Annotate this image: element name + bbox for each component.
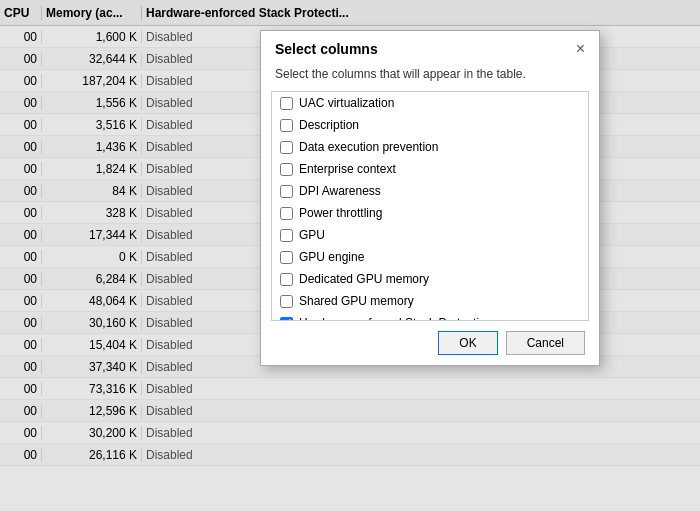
checkbox-item[interactable]: Data execution prevention [272,136,588,158]
checkbox-label: Power throttling [299,206,382,220]
dialog-title: Select columns [275,41,378,57]
checkbox-label: Data execution prevention [299,140,438,154]
checkbox-item[interactable]: UAC virtualization [272,92,588,114]
ok-button[interactable]: OK [438,331,497,355]
checkbox-item[interactable]: GPU [272,224,588,246]
checkbox-item[interactable]: GPU engine [272,246,588,268]
checkbox-input[interactable] [280,185,293,198]
dialog-close-button[interactable]: × [576,41,585,57]
checkbox-item[interactable]: Shared GPU memory [272,290,588,312]
checkbox-item[interactable]: DPI Awareness [272,180,588,202]
checkbox-input[interactable] [280,119,293,132]
checkbox-label: UAC virtualization [299,96,394,110]
checkbox-label: Dedicated GPU memory [299,272,429,286]
checkbox-input[interactable] [280,207,293,220]
checkbox-input[interactable] [280,273,293,286]
select-columns-dialog: Select columns × Select the columns that… [260,30,600,366]
checkbox-label: Shared GPU memory [299,294,414,308]
checkbox-list[interactable]: UAC virtualization Description Data exec… [271,91,589,321]
checkbox-label: GPU engine [299,250,364,264]
checkbox-label: DPI Awareness [299,184,381,198]
checkbox-label: GPU [299,228,325,242]
checkbox-item[interactable]: Enterprise context [272,158,588,180]
checkbox-input[interactable] [280,163,293,176]
cancel-button[interactable]: Cancel [506,331,585,355]
dialog-buttons: OK Cancel [261,321,599,365]
checkbox-item[interactable]: Hardware-enforced Stack Protection [272,312,588,321]
checkbox-input[interactable] [280,251,293,264]
checkbox-item[interactable]: Power throttling [272,202,588,224]
checkbox-input[interactable] [280,295,293,308]
checkbox-input[interactable] [280,141,293,154]
dialog-titlebar: Select columns × [261,31,599,65]
checkbox-input[interactable] [280,97,293,110]
checkbox-input[interactable] [280,229,293,242]
dialog-description: Select the columns that will appear in t… [261,65,599,91]
checkbox-label: Enterprise context [299,162,396,176]
checkbox-item[interactable]: Dedicated GPU memory [272,268,588,290]
checkbox-item[interactable]: Description [272,114,588,136]
checkbox-label: Description [299,118,359,132]
